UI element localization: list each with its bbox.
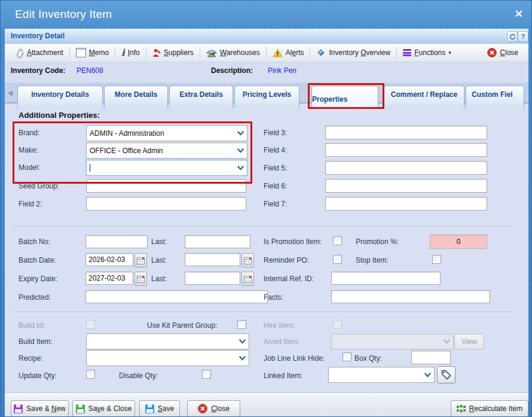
batch-no-input[interactable] xyxy=(85,235,148,248)
toolbar-separator xyxy=(396,47,397,59)
info-button[interactable]: i Info xyxy=(117,48,144,57)
internal-ref-id-input[interactable] xyxy=(331,272,441,285)
expiry-date-calendar-button[interactable] xyxy=(134,272,147,286)
chevron-down-icon[interactable] xyxy=(234,126,247,141)
field5-input[interactable] xyxy=(325,161,487,175)
linked-item-tag-button[interactable] xyxy=(437,366,455,383)
memo-button[interactable]: Memo xyxy=(72,48,113,57)
stop-item-checkbox[interactable] xyxy=(432,255,441,264)
tab-comment-replace[interactable]: Comment / Replace xyxy=(384,86,464,108)
asset-item-label: Asset Item: xyxy=(264,337,299,346)
expiry-date-last-calendar-button[interactable] xyxy=(241,272,254,286)
section-divider xyxy=(13,226,512,227)
suppliers-icon xyxy=(152,48,161,57)
chevron-down-icon[interactable] xyxy=(236,334,249,349)
model-select[interactable] xyxy=(86,160,247,176)
hire-item-checkbox xyxy=(333,320,342,329)
tab-more-details[interactable]: More Details xyxy=(104,86,168,108)
reminder-po-checkbox[interactable] xyxy=(333,255,342,264)
reminder-po-label: Reminder PO: xyxy=(264,256,309,264)
tab-extra-details[interactable]: Extra Details xyxy=(169,86,233,108)
inventory-code-value: PEN608 xyxy=(77,66,103,75)
promotion-pct-label: Promotion %: xyxy=(356,238,399,246)
batch-date-last-calendar-button[interactable] xyxy=(241,253,254,267)
batch-date-last-label: Last: xyxy=(151,256,167,264)
is-promotion-item-checkbox[interactable] xyxy=(333,236,342,245)
linked-item-select[interactable] xyxy=(328,367,435,383)
tab-pricing-levels[interactable]: Pricing Levels xyxy=(234,86,299,108)
toolbar-separator xyxy=(115,47,115,59)
functions-menu-button[interactable]: Functions ▾ xyxy=(399,48,455,57)
chevron-down-icon[interactable] xyxy=(236,351,249,366)
field6-input[interactable] xyxy=(325,179,487,193)
job-line-link-hide-checkbox[interactable] xyxy=(343,352,351,361)
disable-qty-label: Disable Qty: xyxy=(119,372,158,380)
chevron-down-icon[interactable] xyxy=(234,143,247,158)
close-button[interactable]: Close xyxy=(187,400,240,417)
chevron-down-icon[interactable] xyxy=(421,367,434,382)
calendar-icon xyxy=(244,257,252,264)
save-close-floppy-icon xyxy=(76,404,85,413)
toolbar-separator xyxy=(200,47,200,59)
tab-inventory-details[interactable]: Inventory Details xyxy=(17,86,103,108)
attachment-button[interactable]: Attachment xyxy=(11,48,68,58)
disable-qty-checkbox[interactable] xyxy=(202,370,211,379)
paperclip-icon xyxy=(15,48,24,58)
promotion-pct-input[interactable] xyxy=(430,235,487,249)
field2-input[interactable] xyxy=(86,197,246,211)
field3-input[interactable] xyxy=(325,126,487,139)
recalculate-item-button[interactable]: Recalculate Item xyxy=(451,400,528,417)
calendar-icon xyxy=(137,257,145,264)
expiry-date-last-input[interactable] xyxy=(185,272,240,285)
refresh-button[interactable] xyxy=(507,31,518,42)
save-new-floppy-icon xyxy=(14,404,23,413)
batch-date-input[interactable] xyxy=(85,253,133,266)
predicted-label: Predicted: xyxy=(19,293,51,302)
build-item-label: Build Item: xyxy=(19,337,53,346)
alerts-button[interactable]: Alerts xyxy=(268,48,308,57)
help-button[interactable]: ? xyxy=(518,31,528,42)
recipe-select[interactable] xyxy=(86,350,249,366)
calendar-icon xyxy=(137,275,145,283)
brand-select[interactable]: ADMIN - Administration xyxy=(86,125,247,141)
predicted-input[interactable] xyxy=(85,290,268,303)
window-close-icon[interactable]: ✕ xyxy=(515,8,523,20)
field7-input[interactable] xyxy=(325,197,487,211)
tab-scroll-left-button[interactable] xyxy=(8,90,13,96)
close-icon xyxy=(487,48,497,57)
title-bar: Edit Inventory Item ✕ xyxy=(1,1,532,29)
expiry-date-input[interactable] xyxy=(85,272,133,285)
update-qty-checkbox[interactable] xyxy=(86,370,95,379)
tab-custom-fields[interactable]: Custom Fiel xyxy=(466,86,524,108)
build-item-select[interactable] xyxy=(86,333,249,349)
field4-input[interactable] xyxy=(325,143,487,157)
brand-label: Brand: xyxy=(19,129,39,137)
batch-date-label: Batch Date: xyxy=(19,256,56,264)
save-and-close-button[interactable]: Save & Close xyxy=(72,400,135,417)
save-and-new-button[interactable]: Save & New xyxy=(11,400,69,417)
use-kit-parent-group-checkbox[interactable] xyxy=(237,320,246,329)
expiry-date-label: Expiry Date: xyxy=(19,275,57,283)
inventory-overview-button[interactable]: Inventory Overview xyxy=(312,48,395,57)
batch-no-label: Batch No: xyxy=(19,238,50,246)
field6-label: Field 6: xyxy=(264,182,287,190)
toolbar-separator xyxy=(266,47,267,59)
box-qty-input[interactable] xyxy=(411,351,451,364)
batch-date-last-input[interactable] xyxy=(185,253,240,266)
facts-input[interactable] xyxy=(331,290,490,303)
make-select[interactable]: OFFICE - Office Admin xyxy=(86,142,247,159)
toolbar-separator xyxy=(310,47,310,59)
toolbar-close-button[interactable]: Close xyxy=(483,48,522,57)
batch-date-calendar-button[interactable] xyxy=(134,253,147,267)
batch-no-last-input[interactable] xyxy=(185,235,250,248)
tab-properties[interactable]: Properties xyxy=(311,86,378,109)
functions-icon xyxy=(403,48,411,57)
chevron-down-icon[interactable] xyxy=(234,160,247,175)
warehouses-button[interactable]: Warehouses xyxy=(202,48,264,57)
memo-icon xyxy=(76,48,86,57)
suppliers-button[interactable]: Suppliers xyxy=(148,48,198,57)
help-icon: ? xyxy=(521,34,525,40)
save-button[interactable]: Save xyxy=(139,400,180,417)
facts-label: Facts: xyxy=(264,293,283,302)
seed-group-input[interactable] xyxy=(86,179,246,193)
